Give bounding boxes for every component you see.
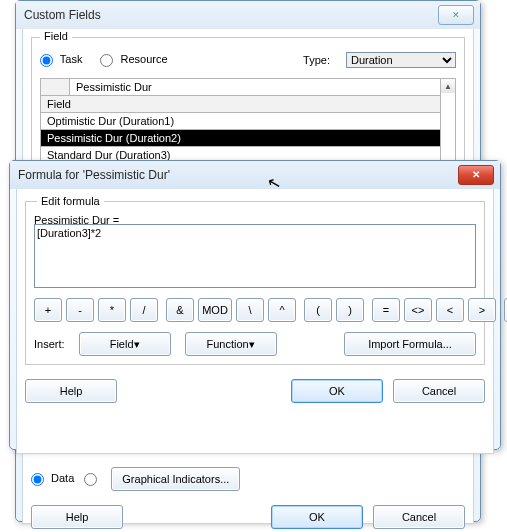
formula-buttons: Help OK Cancel xyxy=(25,379,485,403)
op-ne-button[interactable]: <> xyxy=(404,298,432,322)
table-row[interactable]: Optimistic Dur (Duration1) xyxy=(41,113,441,130)
cancel-button[interactable]: Cancel xyxy=(393,379,485,403)
table-scrollbar[interactable]: ▲ xyxy=(441,78,456,164)
edit-formula-group: Edit formula Pessimistic Dur = + - * / &… xyxy=(25,201,485,365)
resource-radio[interactable] xyxy=(100,54,113,67)
field-cell[interactable]: Pessimistic Dur (Duration2) xyxy=(41,130,441,147)
type-select[interactable]: Duration xyxy=(346,52,456,68)
edit-formula-legend: Edit formula xyxy=(37,195,104,207)
field-group: Field Task Resource Type: Duration xyxy=(31,37,465,173)
data-radio-text: Data xyxy=(51,472,74,484)
task-radio-text: Task xyxy=(60,53,83,65)
insert-function-button[interactable]: Function xyxy=(185,332,277,356)
field-column-header: Field xyxy=(41,96,441,113)
op-mult-button[interactable]: * xyxy=(98,298,126,322)
formula-title: Formula for 'Pessimistic Dur' xyxy=(18,168,170,182)
help-button[interactable]: Help xyxy=(25,379,117,403)
field-cell[interactable]: Pessimistic Dur xyxy=(70,79,441,96)
type-label: Type: xyxy=(303,54,330,66)
fields-table[interactable]: Pessimistic Dur Field Optimistic Dur (Du… xyxy=(40,78,441,164)
op-eq-button[interactable]: = xyxy=(372,298,400,322)
insert-label: Insert: xyxy=(34,338,65,350)
custom-fields-buttons: Help OK Cancel xyxy=(31,505,465,529)
op-minus-button[interactable]: - xyxy=(66,298,94,322)
formula-titlebar[interactable]: Formula for 'Pessimistic Dur' ✕ xyxy=(10,161,500,189)
op-rparen-button[interactable]: ) xyxy=(336,298,364,322)
field-radio-row: Task Resource Type: Duration xyxy=(40,52,456,68)
attributes-row: Data Graphical Indicators... xyxy=(31,467,465,491)
resource-radio-label[interactable]: Resource xyxy=(100,53,167,67)
custom-fields-titlebar: Custom Fields ✕ xyxy=(16,1,480,29)
table-row-selected[interactable]: Pessimistic Dur (Duration2) xyxy=(41,130,441,147)
row-header-blank xyxy=(41,79,70,96)
formula-textarea[interactable] xyxy=(34,224,476,288)
op-caret-button[interactable]: ^ xyxy=(268,298,296,322)
close-button[interactable]: ✕ xyxy=(438,5,474,25)
op-bslash-button[interactable]: \ xyxy=(236,298,264,322)
close-icon: ✕ xyxy=(472,161,480,189)
custom-fields-title: Custom Fields xyxy=(24,8,101,22)
field-cell[interactable]: Optimistic Dur (Duration1) xyxy=(41,113,441,130)
graphical-radio[interactable] xyxy=(84,473,97,486)
field-group-legend: Field xyxy=(40,30,72,42)
task-radio-label[interactable]: Task xyxy=(40,53,82,67)
operator-row: + - * / & MOD \ ^ ( ) = <> < > AND OR xyxy=(34,298,476,322)
close-button[interactable]: ✕ xyxy=(458,165,494,185)
op-mod-button[interactable]: MOD xyxy=(198,298,232,322)
op-plus-button[interactable]: + xyxy=(34,298,62,322)
insert-row: Insert: Field Function Import Formula... xyxy=(34,332,476,356)
data-radio-label[interactable]: Data xyxy=(31,472,74,486)
table-header-row: Field xyxy=(41,96,441,113)
help-button[interactable]: Help xyxy=(31,505,123,529)
cancel-button[interactable]: Cancel xyxy=(373,505,465,529)
op-lt-button[interactable]: < xyxy=(436,298,464,322)
formula-dialog: Formula for 'Pessimistic Dur' ✕ Edit for… xyxy=(9,160,501,450)
op-lparen-button[interactable]: ( xyxy=(304,298,332,322)
close-icon: ✕ xyxy=(452,1,460,29)
ok-button[interactable]: OK xyxy=(271,505,363,529)
scroll-up-icon[interactable]: ▲ xyxy=(441,79,455,93)
op-amp-button[interactable]: & xyxy=(166,298,194,322)
task-radio[interactable] xyxy=(40,54,53,67)
formula-body: Edit formula Pessimistic Dur = + - * / &… xyxy=(16,189,494,454)
import-formula-button[interactable]: Import Formula... xyxy=(344,332,476,356)
resource-radio-text: Resource xyxy=(121,53,168,65)
data-radio[interactable] xyxy=(31,473,44,486)
fields-table-wrap: Pessimistic Dur Field Optimistic Dur (Du… xyxy=(40,78,456,164)
graphical-indicators-button[interactable]: Graphical Indicators... xyxy=(111,467,240,491)
op-gt-button[interactable]: > xyxy=(468,298,496,322)
ok-button[interactable]: OK xyxy=(291,379,383,403)
insert-field-button[interactable]: Field xyxy=(79,332,171,356)
table-row[interactable]: Pessimistic Dur xyxy=(41,79,441,96)
op-div-button[interactable]: / xyxy=(130,298,158,322)
